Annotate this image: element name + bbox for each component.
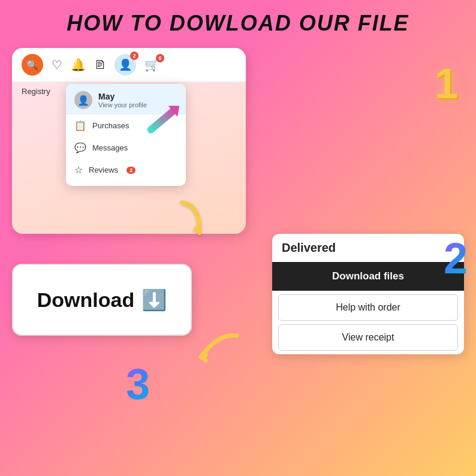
bell-icon[interactable]: 🔔 (71, 58, 86, 72)
dropdown-subtitle: View your profile (98, 101, 147, 109)
download-label: Download (37, 288, 134, 312)
delivered-label: Delivered (272, 241, 464, 262)
messages-icon: 💬 (74, 142, 86, 153)
dropdown-avatar: 👤 (74, 91, 92, 109)
page-title: How to Dowload Our File (0, 0, 476, 42)
dropdown-reviews[interactable]: ☆ Reviews 2 (66, 159, 186, 181)
help-with-order-button[interactable]: Help with order (278, 294, 458, 321)
clipboard-icon[interactable]: 🖹 (94, 58, 106, 72)
dropdown-username: May (98, 92, 147, 101)
user-dropdown: 👤 May View your profile 📋 Purchases 💬 Me… (66, 84, 186, 186)
download-cloud-icon: ⬇️ (141, 288, 167, 312)
reviews-badge: 2 (126, 167, 135, 174)
step-number-1: 1 (435, 60, 458, 108)
cart-icon[interactable]: 🛒 6 (144, 58, 159, 72)
search-icon: 🔍 (26, 59, 38, 71)
heart-icon[interactable]: ♡ (52, 58, 62, 72)
messages-label: Messages (92, 143, 128, 152)
user-badge: 2 (130, 52, 138, 60)
step-number-3: 3 (126, 360, 150, 409)
reviews-icon: ☆ (74, 164, 83, 176)
main-container: How to Dowload Our File 🔍 ♡ 🔔 🖹 👤 2 🛒 6 … (0, 0, 476, 476)
cart-badge: 6 (156, 54, 164, 62)
download-files-button[interactable]: Download files (272, 262, 464, 291)
step2-panel: Delivered Download files Help with order… (272, 234, 464, 354)
dropdown-messages[interactable]: 💬 Messages (66, 137, 186, 159)
view-receipt-button[interactable]: View receipt (278, 324, 458, 351)
user-menu-button[interactable]: 👤 2 (115, 54, 136, 76)
yellow-arrow-2 (189, 327, 249, 375)
step-number-2: 2 (444, 234, 468, 283)
etsy-nav: 🔍 ♡ 🔔 🖹 👤 2 🛒 6 (12, 48, 246, 82)
purchases-label: Purchases (92, 121, 129, 130)
step3-panel: Download ⬇️ (12, 264, 192, 336)
pink-arrow (144, 117, 180, 124)
download-button[interactable]: Download ⬇️ (37, 288, 167, 312)
search-button[interactable]: 🔍 (22, 54, 43, 76)
dropdown-user-info: May View your profile (98, 92, 147, 109)
purchases-icon: 📋 (74, 120, 86, 131)
reviews-label: Reviews (89, 165, 118, 174)
